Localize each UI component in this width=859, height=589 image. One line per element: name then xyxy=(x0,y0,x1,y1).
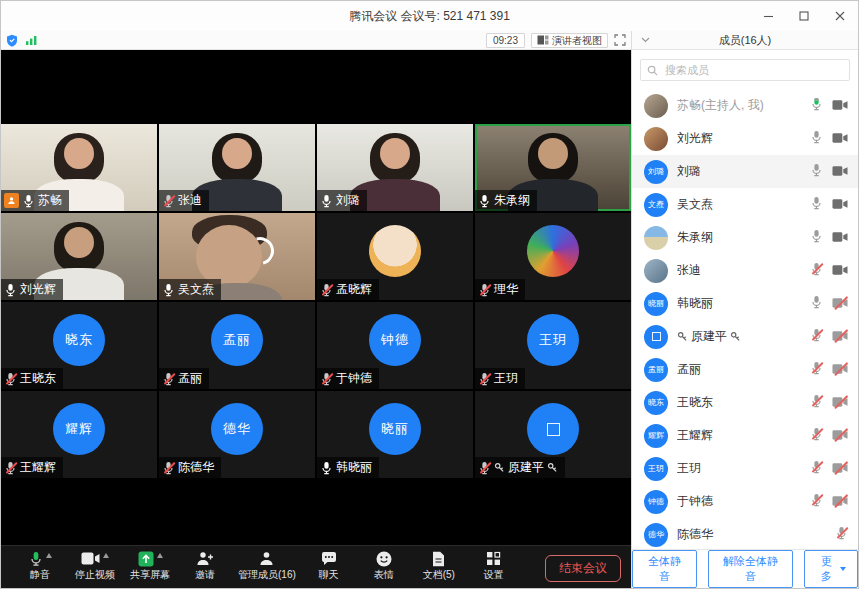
member-row[interactable]: 刘璐刘璐 xyxy=(632,155,858,188)
invite-icon xyxy=(196,551,214,566)
member-row[interactable]: 德华陈德华 xyxy=(632,518,858,549)
video-tile[interactable]: 德华陈德华 xyxy=(159,391,315,478)
member-search-box[interactable] xyxy=(640,59,850,81)
member-mic-toggle[interactable] xyxy=(810,493,823,511)
caret-up-icon[interactable] xyxy=(157,553,163,558)
network-signal-icon[interactable] xyxy=(25,35,38,46)
member-row[interactable]: 原建平 xyxy=(632,320,858,353)
muted-slash xyxy=(478,283,491,297)
toolbar-apps-button[interactable]: 设置 xyxy=(469,549,519,583)
host-badge-icon xyxy=(4,193,19,208)
member-mic-toggle[interactable] xyxy=(835,526,848,544)
collapse-panel-button[interactable] xyxy=(641,37,650,43)
video-tile[interactable]: 晓丽韩晓丽 xyxy=(317,391,473,478)
toolbar-invite-button[interactable]: 邀请 xyxy=(180,549,230,583)
participant-label: 孟丽 xyxy=(159,368,209,389)
member-mic-toggle[interactable] xyxy=(810,361,823,379)
video-tile[interactable]: 晓东王晓东 xyxy=(1,302,157,389)
member-row[interactable]: 张迪 xyxy=(632,254,858,287)
video-tile[interactable]: 王玥王玥 xyxy=(475,302,631,389)
member-mic-toggle[interactable] xyxy=(810,97,823,115)
toolbar-chat-button[interactable]: 聊天 xyxy=(304,549,354,583)
security-shield-icon[interactable] xyxy=(6,34,18,47)
member-mic-toggle[interactable] xyxy=(810,295,823,313)
video-tile[interactable]: 孟晓辉 xyxy=(317,213,473,300)
caret-up-icon[interactable] xyxy=(103,553,109,558)
video-tile[interactable]: 理华 xyxy=(475,213,631,300)
video-tile[interactable]: 耀辉王耀辉 xyxy=(1,391,157,478)
toolbar-label: 表情 xyxy=(374,568,394,582)
member-row[interactable]: 钟德于钟德 xyxy=(632,485,858,518)
member-camera-toggle[interactable] xyxy=(832,262,848,280)
toolbar-share-screen-button[interactable]: 共享屏幕 xyxy=(125,549,175,583)
member-mic-toggle[interactable] xyxy=(810,229,823,247)
member-mic-toggle[interactable] xyxy=(810,262,823,280)
maximize-button[interactable] xyxy=(786,1,822,31)
member-camera-toggle[interactable] xyxy=(832,460,848,478)
video-tile[interactable]: 刘璐 xyxy=(317,124,473,211)
video-tile[interactable]: 苏畅 xyxy=(1,124,157,211)
participant-label: 于钟德 xyxy=(317,368,379,389)
speaker-view-button[interactable]: 演讲者视图 xyxy=(531,33,608,48)
member-camera-toggle[interactable] xyxy=(832,427,848,445)
toolbar-camera-button[interactable]: 停止视频 xyxy=(70,549,120,583)
caret-up-icon[interactable] xyxy=(46,553,52,558)
member-camera-toggle[interactable] xyxy=(832,493,848,511)
close-button[interactable] xyxy=(822,1,858,31)
mute-all-button[interactable]: 全体静音 xyxy=(632,550,697,588)
muted-slash xyxy=(832,297,848,309)
member-camera-toggle[interactable] xyxy=(832,163,848,181)
unmute-all-button[interactable]: 解除全体静音 xyxy=(708,550,793,588)
member-row[interactable]: 苏畅(主持人, 我) xyxy=(632,89,858,122)
member-camera-toggle[interactable] xyxy=(832,130,848,148)
member-mic-toggle[interactable] xyxy=(810,328,823,346)
end-meeting-button[interactable]: 结束会议 xyxy=(545,555,621,582)
video-tile[interactable]: 朱承纲 xyxy=(475,124,631,211)
stop-video-icon xyxy=(81,552,100,565)
member-row[interactable]: 朱承纲 xyxy=(632,221,858,254)
video-tile[interactable]: 吴文焘 xyxy=(159,213,315,300)
member-camera-toggle[interactable] xyxy=(832,394,848,412)
member-initials-avatar: 德华 xyxy=(644,523,668,547)
toolbar-members-button[interactable]: 管理成员(16) xyxy=(235,549,299,583)
member-row[interactable]: 晓丽韩晓丽 xyxy=(632,287,858,320)
member-row[interactable]: 耀辉王耀辉 xyxy=(632,419,858,452)
members-panel-footer: 全体静音解除全体静音更多 xyxy=(632,549,858,588)
member-mic-toggle[interactable] xyxy=(810,130,823,148)
video-tile[interactable]: 张迪 xyxy=(159,124,315,211)
member-camera-toggle[interactable] xyxy=(832,97,848,115)
member-search-input[interactable] xyxy=(663,63,843,77)
member-mic-toggle[interactable] xyxy=(810,163,823,181)
member-row[interactable]: 王玥王玥 xyxy=(632,452,858,485)
member-mic-toggle[interactable] xyxy=(810,427,823,445)
member-camera-toggle[interactable] xyxy=(832,196,848,214)
mic-icon xyxy=(22,194,35,208)
member-camera-toggle[interactable] xyxy=(832,328,848,346)
member-camera-toggle[interactable] xyxy=(832,295,848,313)
video-tile[interactable]: 孟丽孟丽 xyxy=(159,302,315,389)
member-row[interactable]: 文焘吴文焘 xyxy=(632,188,858,221)
video-tile[interactable]: 原建平 xyxy=(475,391,631,478)
fullscreen-button[interactable] xyxy=(614,34,626,46)
member-camera-toggle[interactable] xyxy=(832,229,848,247)
participant-label: 张迪 xyxy=(159,190,209,211)
member-name: 王玥 xyxy=(677,460,701,477)
profile-photo-avatar xyxy=(527,225,579,277)
member-row[interactable]: 孟丽孟丽 xyxy=(632,353,858,386)
minimize-button[interactable] xyxy=(750,1,786,31)
member-photo-avatar xyxy=(644,259,668,283)
video-tile[interactable]: 钟德于钟德 xyxy=(317,302,473,389)
member-mic-toggle[interactable] xyxy=(810,460,823,478)
member-row[interactable]: 晓东王晓东 xyxy=(632,386,858,419)
member-camera-toggle[interactable] xyxy=(832,361,848,379)
toolbar-emoji-button[interactable]: 表情 xyxy=(359,549,409,583)
more-button[interactable]: 更多 xyxy=(804,550,858,588)
member-mic-toggle[interactable] xyxy=(810,196,823,214)
meeting-window: 腾讯会议 会议号: 521 471 391 09:23 xyxy=(0,0,859,589)
member-mic-toggle[interactable] xyxy=(810,394,823,412)
video-tile[interactable]: 刘光辉 xyxy=(1,213,157,300)
toolbar-mic-green-button[interactable]: 静音 xyxy=(15,549,65,583)
toolbar-docs-button[interactable]: 文档(5) xyxy=(414,549,464,583)
participant-label: 苏畅 xyxy=(1,190,69,211)
member-row[interactable]: 刘光辉 xyxy=(632,122,858,155)
